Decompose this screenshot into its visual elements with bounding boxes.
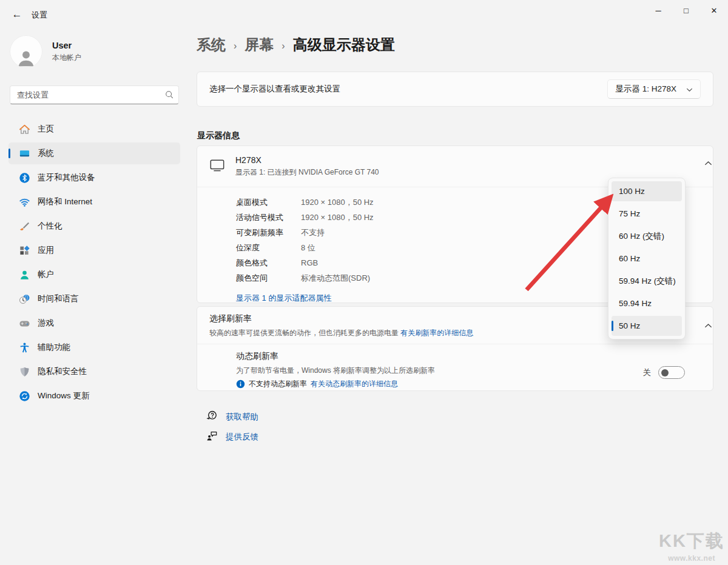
- shield-icon: [18, 366, 30, 378]
- refresh-rate-flyout: 100 Hz 75 Hz 60 Hz (交错) 60 Hz 59.94 Hz (…: [608, 178, 686, 339]
- detail-label: 颜色空间: [236, 273, 301, 284]
- chevron-up-icon[interactable]: [699, 316, 717, 335]
- avatar: [10, 35, 42, 68]
- close-button[interactable]: ✕: [700, 0, 728, 21]
- gamepad-icon: [18, 317, 30, 329]
- detail-value: 不支持: [301, 227, 325, 238]
- display-details: 桌面模式1920 × 1080，50 Hz 活动信号模式1920 × 1080，…: [236, 195, 374, 286]
- window-controls: ─ □ ✕: [644, 0, 728, 21]
- feedback-icon: [206, 430, 218, 444]
- dynamic-refresh-row: 动态刷新率 为了帮助节省电量，Windows 将刷新率调整为以上所选刷新率 不支…: [197, 344, 713, 390]
- display-adapter-link[interactable]: 显示器 1 的显示适配器属性: [236, 293, 331, 304]
- detail-value: 1920 × 1080，50 Hz: [301, 212, 374, 223]
- home-icon: [18, 123, 30, 135]
- account-type: 本地帐户: [52, 53, 81, 63]
- sidebar-item-accessibility[interactable]: 辅助功能: [8, 336, 180, 358]
- sidebar-item-label: 帐户: [38, 269, 54, 280]
- dynamic-refresh-toggle[interactable]: [658, 366, 685, 379]
- brush-icon: [18, 220, 30, 232]
- refresh-rate-info-link[interactable]: 有关刷新率的详细信息: [400, 329, 473, 337]
- watermark: KK下载 www.kkx.net: [659, 529, 724, 563]
- clock-globe-icon: [18, 293, 30, 305]
- option-label: 60 Hz (交错): [619, 231, 664, 242]
- sidebar-item-home[interactable]: 主页: [8, 118, 180, 140]
- detail-label: 可变刷新频率: [236, 227, 301, 238]
- sidebar-item-privacy[interactable]: 隐私和安全性: [8, 361, 180, 383]
- option-label: 59.94 Hz (交错): [619, 276, 676, 287]
- option-label: 100 Hz: [619, 187, 645, 196]
- refresh-option-50hz[interactable]: 50 Hz: [612, 316, 682, 336]
- detail-label: 活动信号模式: [236, 212, 301, 223]
- accounts-icon: [18, 269, 30, 281]
- breadcrumb-display[interactable]: 屏幕: [244, 35, 274, 55]
- refresh-option-60hz-interlaced[interactable]: 60 Hz (交错): [612, 226, 682, 246]
- minimize-button[interactable]: ─: [644, 0, 672, 21]
- sidebar-item-label: 主页: [38, 124, 54, 135]
- sidebar-item-label: 网络和 Internet: [38, 196, 92, 207]
- sidebar-item-label: 隐私和安全性: [38, 366, 87, 377]
- refresh-option-59-94hz-interlaced[interactable]: 59.94 Hz (交错): [612, 271, 682, 291]
- sidebar-item-label: Windows 更新: [38, 390, 90, 401]
- help-icon: [206, 410, 218, 424]
- dynamic-refresh-title: 动态刷新率: [236, 351, 701, 362]
- bluetooth-icon: [18, 172, 30, 184]
- breadcrumb-separator: ›: [281, 39, 285, 52]
- titlebar: ← 设置 ─ □ ✕: [0, 0, 728, 29]
- sidebar-item-windows-update[interactable]: Windows 更新: [8, 385, 180, 407]
- option-label: 60 Hz: [619, 254, 640, 263]
- app-title: 设置: [32, 10, 47, 21]
- sidebar-item-label: 游戏: [38, 318, 54, 329]
- search-input[interactable]: [10, 85, 179, 104]
- dynamic-refresh-info-link[interactable]: 有关动态刷新率的详细信息: [311, 379, 398, 389]
- maximize-button[interactable]: □: [672, 0, 700, 21]
- breadcrumb-system[interactable]: 系统: [197, 35, 226, 55]
- dynamic-refresh-note: 不支持动态刷新率 有关动态刷新率的详细信息: [236, 379, 701, 389]
- person-icon: [16, 47, 36, 68]
- get-help-link[interactable]: 获取帮助: [206, 410, 258, 424]
- display-selector-label: 选择一个显示器以查看或更改其设置: [209, 84, 340, 95]
- watermark-url: www.kkx.net: [659, 554, 724, 563]
- detail-row: 可变刷新频率不支持: [236, 225, 374, 240]
- section-title-display-info: 显示器信息: [197, 130, 240, 141]
- sidebar-nav: 主页 系统 蓝牙和其他设备 网络和 Internet 个性化 应用 帐户 时间和…: [8, 118, 180, 409]
- detail-label: 位深度: [236, 242, 301, 253]
- dynamic-refresh-note-text: 不支持动态刷新率: [249, 379, 307, 389]
- sidebar-item-accounts[interactable]: 帐户: [8, 264, 180, 286]
- user-profile[interactable]: User 本地帐户: [10, 35, 81, 68]
- refresh-option-59-94hz[interactable]: 59.94 Hz: [612, 293, 682, 313]
- watermark-title: KK下载: [659, 529, 724, 553]
- detail-label: 颜色格式: [236, 258, 301, 269]
- sync-icon: [18, 390, 30, 402]
- display-selector-dropdown[interactable]: 显示器 1: H278X: [607, 79, 701, 99]
- sidebar-item-time-language[interactable]: 时间和语言: [8, 288, 180, 310]
- sidebar-item-gaming[interactable]: 游戏: [8, 312, 180, 334]
- sidebar-item-label: 辅助功能: [38, 342, 70, 353]
- search-icon[interactable]: [165, 90, 174, 101]
- sidebar-item-personalization[interactable]: 个性化: [8, 215, 180, 237]
- sidebar-item-bluetooth[interactable]: 蓝牙和其他设备: [8, 167, 180, 189]
- display-selector-card: 选择一个显示器以查看或更改其设置 显示器 1: H278X: [197, 72, 713, 107]
- sidebar-item-label: 蓝牙和其他设备: [38, 172, 95, 183]
- refresh-option-75hz[interactable]: 75 Hz: [612, 204, 682, 224]
- page-title: 高级显示器设置: [293, 35, 395, 55]
- display-selector-value: 显示器 1: H278X: [615, 84, 676, 95]
- detail-row: 桌面模式1920 × 1080，50 Hz: [236, 195, 374, 210]
- detail-value: RGB: [301, 258, 318, 267]
- apps-icon: [18, 244, 30, 256]
- refresh-option-100hz[interactable]: 100 Hz: [612, 181, 682, 201]
- refresh-option-60hz[interactable]: 60 Hz: [612, 249, 682, 269]
- accessibility-icon: [18, 341, 30, 353]
- sidebar-item-apps[interactable]: 应用: [8, 239, 180, 261]
- give-feedback-link[interactable]: 提供反馈: [206, 430, 258, 444]
- sidebar-item-label: 时间和语言: [38, 293, 79, 304]
- detail-value: 8 位: [301, 242, 315, 253]
- back-button[interactable]: ←: [7, 5, 27, 24]
- option-label: 59.94 Hz: [619, 299, 652, 308]
- monitor-name: H278X: [235, 155, 379, 165]
- detail-row: 活动信号模式1920 × 1080，50 Hz: [236, 210, 374, 225]
- sidebar-item-label: 系统: [38, 148, 54, 159]
- sidebar-item-system[interactable]: 系统: [8, 142, 180, 164]
- search-box: [10, 85, 179, 104]
- sidebar-item-network[interactable]: 网络和 Internet: [8, 191, 180, 213]
- chevron-up-icon[interactable]: [699, 154, 717, 172]
